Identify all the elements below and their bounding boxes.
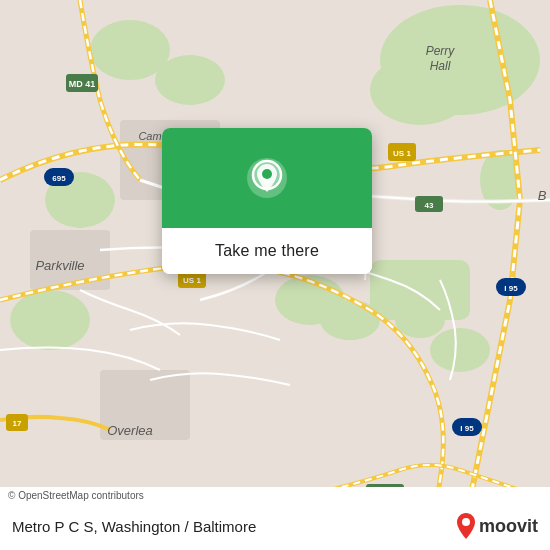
svg-point-8 — [10, 290, 90, 350]
svg-text:Cam: Cam — [138, 130, 161, 142]
svg-text:695: 695 — [52, 174, 66, 183]
popup-green-header — [162, 128, 372, 228]
svg-text:43: 43 — [425, 201, 434, 210]
svg-text:Perry: Perry — [426, 44, 456, 58]
svg-text:B: B — [538, 188, 547, 203]
moovit-logo: moovit — [455, 512, 538, 540]
svg-point-12 — [90, 20, 170, 80]
moovit-brand-text: moovit — [479, 516, 538, 537]
svg-text:Parkville: Parkville — [35, 258, 84, 273]
svg-text:US 1: US 1 — [393, 149, 411, 158]
moovit-pin-icon — [455, 512, 477, 540]
svg-text:Overlea: Overlea — [107, 423, 153, 438]
bottom-bar: © OpenStreetMap contributors Metro P C S… — [0, 487, 550, 550]
attribution-text: © OpenStreetMap contributors — [8, 490, 144, 501]
svg-point-2 — [370, 55, 470, 125]
svg-point-7 — [430, 328, 490, 372]
take-me-there-button[interactable]: Take me there — [162, 228, 372, 274]
svg-text:US 1: US 1 — [183, 276, 201, 285]
location-pin-icon — [245, 156, 289, 200]
map-background: MD 41 695 US 1 43 US 1 I 95 I 95 MD 588 … — [0, 0, 550, 550]
svg-text:I 95: I 95 — [460, 424, 474, 433]
svg-point-46 — [462, 518, 470, 526]
svg-point-45 — [262, 169, 272, 179]
svg-text:17: 17 — [13, 419, 22, 428]
map-container: MD 41 695 US 1 43 US 1 I 95 I 95 MD 588 … — [0, 0, 550, 550]
svg-text:MD 41: MD 41 — [69, 79, 96, 89]
location-title: Metro P C S, Washington / Baltimore — [12, 518, 256, 535]
popup-card: Take me there — [162, 128, 372, 274]
svg-point-5 — [320, 300, 380, 340]
title-line: Metro P C S, Washington / Baltimore moov… — [0, 504, 550, 550]
map-attribution: © OpenStreetMap contributors — [0, 487, 550, 504]
svg-text:I 95: I 95 — [504, 284, 518, 293]
svg-text:Hall: Hall — [430, 59, 451, 73]
